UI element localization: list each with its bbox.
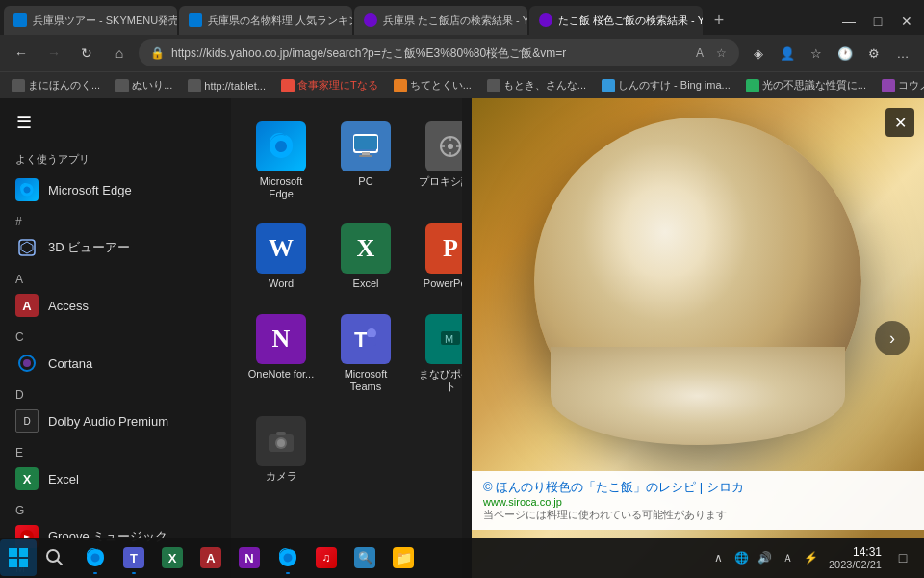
- history-icon[interactable]: 🕐: [832, 39, 859, 66]
- excel-app-label: Excel: [48, 472, 79, 486]
- taskbar-access-button[interactable]: A: [192, 539, 229, 576]
- favorites-icon[interactable]: ☆: [803, 39, 830, 66]
- reload-button[interactable]: ↻: [73, 39, 100, 66]
- taskbar-groove-button[interactable]: ♫: [308, 539, 345, 576]
- systray-up-arrow[interactable]: ∧: [709, 548, 729, 567]
- clock[interactable]: 14:31 2023/02/21: [825, 545, 886, 570]
- systray-volume[interactable]: 🔊: [756, 548, 775, 567]
- svg-point-9: [448, 144, 453, 149]
- bookmark-4[interactable]: 食事家理にTなる: [277, 76, 382, 94]
- hamburger-menu-button[interactable]: ☰: [0, 98, 48, 146]
- pinned-proxy-label: プロキシ設定: [419, 175, 462, 188]
- bookmark-bing[interactable]: しんのすけ - Bing ima...: [598, 76, 734, 94]
- profile-icon[interactable]: 👤: [774, 39, 801, 66]
- app-item-access[interactable]: A Access: [0, 288, 231, 323]
- tab-3[interactable]: 兵庫県 たこ飯店の検索結果 - Yah... ✕: [354, 6, 527, 35]
- notification-center-button[interactable]: □: [889, 544, 916, 571]
- pinned-teams-label: Microsoft Teams: [331, 368, 400, 393]
- lock-icon: 🔒: [148, 44, 166, 62]
- collections-icon[interactable]: ◈: [745, 39, 772, 66]
- pinned-edge-icon: [256, 121, 306, 171]
- pinned-pc[interactable]: PC: [327, 114, 404, 208]
- forward-button[interactable]: →: [40, 39, 67, 66]
- pinned-teams[interactable]: T Microsoft Teams: [327, 306, 404, 401]
- bowl-rim: [551, 347, 845, 445]
- edge-app-icon: [15, 178, 38, 201]
- taskbar-right: ∧ 🌐 🔊 Ａ ⚡ 14:31 2023/02/21 □: [709, 544, 924, 571]
- 3d-app-icon: [15, 236, 38, 259]
- close-overlay-button[interactable]: ✕: [886, 108, 914, 137]
- app-item-cortana[interactable]: Cortana: [0, 346, 231, 381]
- 3dviewer-app-label: 3D ビューアー: [48, 239, 130, 256]
- close-window-button[interactable]: ✕: [893, 8, 920, 35]
- start-menu: ☰ よく使うアプリ Microsoft Edge # 3D ビューアー A A …: [0, 98, 462, 578]
- cortana-app-label: Cortana: [48, 356, 92, 371]
- bookmark-6[interactable]: もとき、さんな...: [483, 76, 590, 94]
- pinned-pc-label: PC: [358, 175, 372, 188]
- pinned-manabi[interactable]: M まなびポケット: [412, 306, 462, 401]
- tab-2[interactable]: 兵庫県の名物料理 人気ランキング ✕: [179, 6, 352, 35]
- app-item-3dviewer[interactable]: 3D ビューアー: [0, 230, 231, 265]
- toolbar-icons: ◈ 👤 ☆ 🕐 ⚙ …: [745, 39, 916, 66]
- home-button[interactable]: ⌂: [106, 39, 133, 66]
- settings-icon[interactable]: ⚙: [860, 39, 887, 66]
- pinned-word[interactable]: W Word: [243, 216, 320, 298]
- bookmark-star-icon[interactable]: ☆: [712, 44, 730, 62]
- excel-app-icon: X: [15, 467, 38, 490]
- bookmark-hikari[interactable]: 光の不思議な性質に...: [742, 76, 870, 94]
- address-box[interactable]: 🔒 https://kids.yahoo.co.jp/image/search?…: [139, 39, 739, 66]
- tab-4-label: たこ飯 桜色ご飯の検索結果 - Ya...: [558, 13, 703, 28]
- taskbar-extra-button[interactable]: 🔍: [346, 539, 383, 576]
- svg-point-18: [277, 439, 285, 447]
- letter-a: A: [0, 265, 231, 288]
- next-image-button[interactable]: ›: [875, 321, 910, 355]
- svg-point-11: [367, 328, 376, 338]
- more-icon[interactable]: …: [889, 39, 916, 66]
- app-item-edge[interactable]: Microsoft Edge: [0, 172, 231, 207]
- new-tab-button[interactable]: +: [705, 6, 733, 35]
- tab-4-favicon: [539, 13, 552, 27]
- bookmark-1[interactable]: まにほんのく...: [8, 76, 104, 94]
- tab-1-label: 兵庫県ツアー - SKYMENU発売ノ...: [33, 13, 177, 28]
- start-button[interactable]: [0, 539, 37, 576]
- bookmark-kounoto[interactable]: コウノトリを勉強しよう...: [878, 76, 924, 94]
- taskbar-excel-button[interactable]: X: [154, 539, 191, 576]
- pinned-edge[interactable]: Microsoft Edge: [243, 114, 320, 208]
- bookmark-3[interactable]: http://tablet...: [184, 77, 270, 94]
- taskbar-teams-icon: T: [123, 547, 144, 568]
- minimize-button[interactable]: —: [835, 8, 862, 35]
- close-overlay-icon: ✕: [894, 114, 907, 132]
- translate-icon[interactable]: A: [691, 44, 708, 62]
- taskbar-teams-button[interactable]: T: [116, 539, 152, 576]
- taskbar-search-button[interactable]: [37, 539, 73, 576]
- taskbar-onenote-button[interactable]: N: [231, 539, 268, 576]
- pinned-word-icon: W: [256, 223, 306, 274]
- pinned-camera-label: カメラ: [266, 470, 297, 483]
- bookmark-2[interactable]: ぬいり...: [112, 76, 176, 94]
- tab-4[interactable]: たこ飯 桜色ご飯の検索結果 - Ya... ✕: [529, 6, 703, 35]
- maximize-button[interactable]: □: [864, 8, 891, 35]
- svg-rect-12: [363, 337, 376, 346]
- svg-rect-21: [19, 548, 28, 557]
- bookmark-5[interactable]: ちてとくい...: [390, 76, 475, 94]
- taskbar-edge2-button[interactable]: [270, 539, 306, 576]
- pinned-ppt[interactable]: P PowerPoint: [412, 216, 462, 298]
- pinned-onenote[interactable]: N OneNote for...: [243, 306, 320, 401]
- pinned-excel[interactable]: X Excel: [327, 216, 404, 298]
- systray-battery[interactable]: ⚡: [802, 548, 821, 567]
- pinned-camera[interactable]: カメラ: [243, 408, 320, 490]
- app-item-dolby[interactable]: D Dolby Audio Premium: [0, 404, 231, 438]
- tab-1[interactable]: 兵庫県ツアー - SKYMENU発売ノ... ✕: [4, 6, 177, 35]
- pinned-proxy[interactable]: プロキシ設定: [412, 114, 462, 208]
- app-item-excel[interactable]: X Excel: [0, 461, 231, 496]
- systray-ime[interactable]: Ａ: [779, 548, 798, 567]
- taskbar-edge-button[interactable]: [77, 539, 114, 576]
- taskbar-explorer-button[interactable]: 📁: [385, 539, 422, 576]
- svg-rect-22: [9, 559, 17, 567]
- letter-g: G: [0, 496, 231, 519]
- back-button[interactable]: ←: [8, 39, 35, 66]
- systray-network[interactable]: 🌐: [732, 548, 752, 567]
- info-url[interactable]: www.siroca.co.jp: [483, 496, 912, 508]
- frequently-used-label: よく使うアプリ: [0, 146, 231, 172]
- svg-rect-5: [354, 136, 377, 149]
